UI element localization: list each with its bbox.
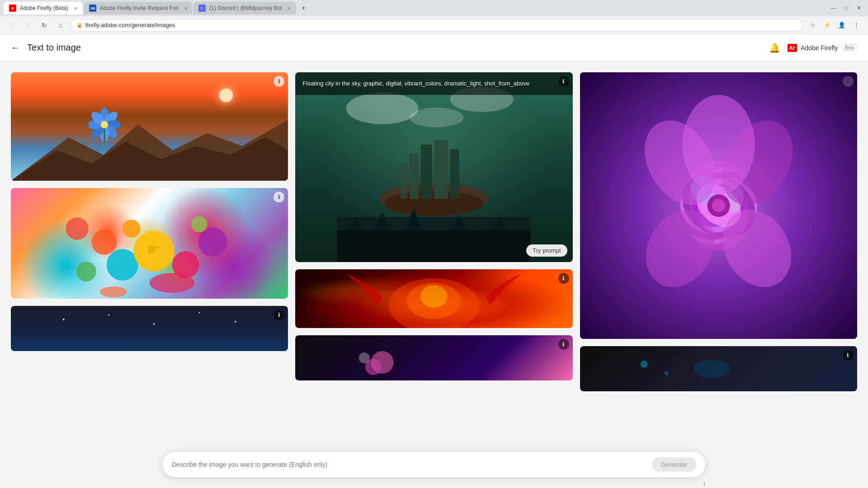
- svg-point-12: [107, 249, 138, 281]
- browser-chrome: A Adobe Firefly (Beta) ✕ XM Adobe Firefl…: [0, 0, 868, 34]
- svg-rect-35: [434, 140, 448, 199]
- extensions-icon[interactable]: ⚡: [821, 19, 834, 32]
- svg-rect-37: [401, 163, 407, 199]
- prompt-bar: Generate ℹ: [163, 452, 705, 477]
- maximize-button[interactable]: □: [841, 3, 852, 14]
- svg-point-69: [640, 361, 647, 368]
- svg-rect-34: [421, 145, 432, 199]
- svg-point-17: [76, 262, 96, 282]
- url-text: firefly.adobe.com/generate/images: [85, 22, 175, 28]
- list-item[interactable]: ℹ: [295, 335, 572, 380]
- column-1: ℹ ☛: [11, 72, 288, 391]
- svg-point-50: [359, 352, 370, 363]
- minimize-button[interactable]: —: [828, 3, 839, 14]
- prompt-input[interactable]: [172, 461, 652, 468]
- dark-scene-icon: [580, 346, 857, 391]
- discord-favicon-icon: D: [198, 5, 206, 12]
- list-item[interactable]: ☛ ℹ: [11, 188, 288, 299]
- lock-icon: 🔒: [76, 22, 83, 28]
- info-button-6[interactable]: ℹ: [558, 339, 569, 350]
- svg-point-27: [235, 321, 236, 323]
- svg-point-15: [92, 230, 117, 255]
- adobe-firefly-name: Adobe Firefly: [801, 44, 838, 52]
- beta-badge: Beta: [841, 44, 857, 51]
- svg-point-18: [123, 220, 141, 238]
- tab-discord[interactable]: D (1) Discord | @Midjourney Bot ✕: [193, 2, 297, 14]
- forward-nav-button[interactable]: →: [22, 19, 34, 32]
- svg-point-26: [198, 312, 200, 314]
- svg-point-32: [384, 191, 484, 216]
- list-item[interactable]: ℹ: [295, 269, 572, 328]
- list-item[interactable]: ℹ: [11, 72, 288, 181]
- close-button[interactable]: ✕: [854, 3, 864, 14]
- settings-icon[interactable]: ⋮: [850, 19, 863, 32]
- bookmark-icon[interactable]: ☆: [807, 19, 819, 32]
- list-item[interactable]: ℹ: [580, 72, 857, 339]
- adobe-favicon-icon: A: [9, 5, 16, 12]
- bell-icon[interactable]: 🔔: [769, 42, 780, 53]
- svg-point-28: [346, 93, 419, 124]
- mountain-silhouette-icon: [11, 116, 288, 181]
- svg-point-23: [63, 319, 65, 320]
- info-button-5[interactable]: ℹ: [558, 273, 569, 284]
- tab-close-adobe[interactable]: ✕: [74, 6, 77, 11]
- back-button[interactable]: ←: [11, 42, 20, 53]
- tab-close-invite[interactable]: ✕: [184, 6, 188, 11]
- back-nav-button[interactable]: ←: [5, 19, 18, 32]
- space-decoration-icon: [11, 306, 288, 351]
- svg-point-66: [682, 95, 755, 194]
- tab-label-discord: (1) Discord | @Midjourney Bot: [209, 5, 282, 11]
- list-item[interactable]: ℹ: [580, 346, 857, 391]
- prompt-text: Floating city in the sky, graphic, digit…: [302, 80, 565, 88]
- address-bar[interactable]: 🔒 firefly.adobe.com/generate/images: [71, 19, 803, 32]
- list-item[interactable]: Floating city in the sky, graphic, digit…: [295, 72, 572, 262]
- moon-decoration: [219, 89, 233, 102]
- column-3: ℹ ℹ: [580, 72, 857, 391]
- tab-invite[interactable]: XM Adobe Firefly Invite Request Fon ✕: [84, 2, 192, 14]
- rose-icon: [580, 72, 857, 339]
- info-button-4[interactable]: ℹ: [558, 76, 569, 87]
- svg-point-63: [712, 199, 725, 212]
- svg-point-21: [66, 217, 89, 240]
- galaxy-icon: [295, 335, 572, 380]
- svg-point-70: [664, 371, 669, 375]
- nav-bar: ← → ↻ ⌂ 🔒 firefly.adobe.com/generate/ima…: [0, 16, 868, 34]
- flower-icon: [89, 107, 120, 143]
- tab-close-discord[interactable]: ✕: [287, 6, 291, 11]
- svg-point-30: [410, 108, 464, 127]
- try-prompt-button[interactable]: Try prompt: [526, 244, 567, 257]
- info-button-7[interactable]: ℹ: [843, 76, 854, 87]
- fire-creature-icon: [295, 269, 572, 328]
- header-right: 🔔 Ar Adobe Firefly Beta: [769, 42, 857, 53]
- svg-rect-39: [337, 230, 531, 262]
- prompt-overlay: Floating city in the sky, graphic, digit…: [295, 72, 572, 95]
- svg-point-10: [101, 121, 108, 128]
- main-content: ℹ ☛: [0, 61, 868, 488]
- adobe-firefly-logo: Ar Adobe Firefly Beta: [788, 44, 857, 52]
- profile-icon[interactable]: 👤: [835, 19, 848, 32]
- svg-point-20: [191, 216, 208, 232]
- info-button-8[interactable]: ℹ: [843, 350, 854, 361]
- svg-rect-36: [450, 149, 459, 199]
- masonry-grid: ℹ ☛: [11, 72, 857, 391]
- page-title: Text to image: [27, 42, 81, 53]
- list-item[interactable]: ℹ: [11, 306, 288, 351]
- tab-label-invite: Adobe Firefly Invite Request Fon: [100, 5, 179, 11]
- xm-favicon-icon: XM: [89, 5, 96, 12]
- svg-point-16: [198, 228, 227, 257]
- reload-button[interactable]: ↻: [38, 19, 51, 32]
- new-tab-button[interactable]: +: [297, 2, 310, 14]
- app-header: ← Text to image 🔔 Ar Adobe Firefly Beta: [0, 34, 868, 61]
- svg-point-22: [100, 286, 127, 297]
- svg-rect-33: [410, 154, 419, 199]
- generate-button[interactable]: Generate: [652, 457, 696, 472]
- home-button[interactable]: ⌂: [54, 19, 67, 32]
- prompt-bar-info-icon[interactable]: ℹ: [703, 481, 705, 486]
- svg-point-13: [134, 231, 175, 272]
- spheres-decoration-icon: [11, 188, 288, 299]
- tab-adobe-firefly[interactable]: A Adobe Firefly (Beta) ✕: [4, 2, 83, 14]
- svg-point-71: [693, 360, 730, 378]
- svg-point-19: [150, 273, 195, 293]
- tab-bar: A Adobe Firefly (Beta) ✕ XM Adobe Firefl…: [0, 0, 868, 16]
- tab-label-adobe: Adobe Firefly (Beta): [20, 5, 68, 11]
